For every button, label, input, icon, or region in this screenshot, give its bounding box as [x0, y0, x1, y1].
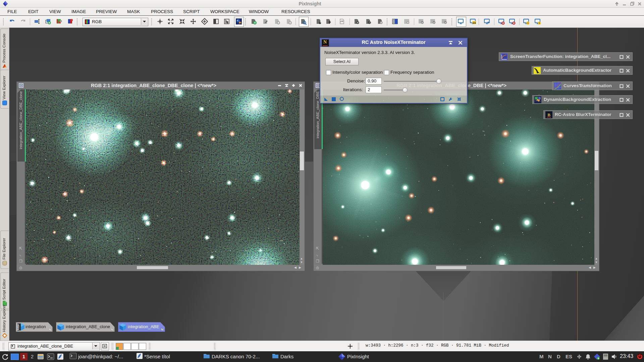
svg-text:XISF: XISF: [17, 324, 20, 330]
svg-text:B: B: [547, 112, 550, 117]
svg-text:24: 24: [473, 21, 476, 24]
